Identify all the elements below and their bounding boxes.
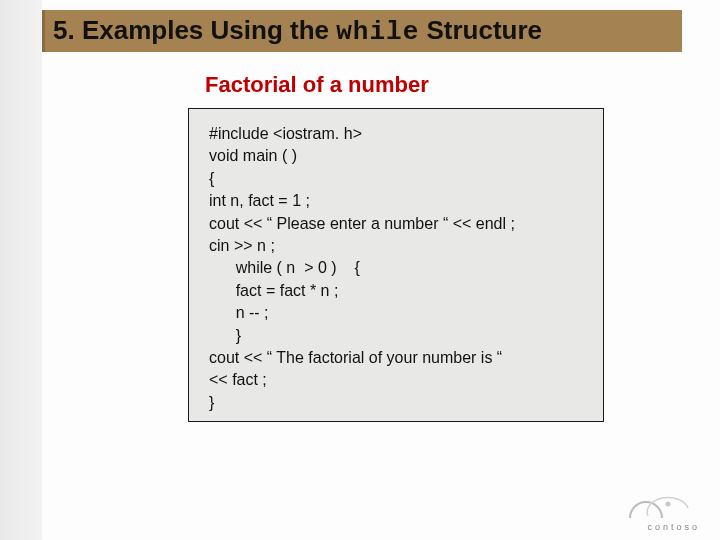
code-line: << fact ; (209, 369, 587, 391)
code-line: cout << “ Please enter a number “ << end… (209, 213, 587, 235)
code-line: int n, fact = 1 ; (209, 190, 587, 212)
left-accent-stripe (0, 0, 42, 540)
code-line: while ( n > 0 ) { (209, 257, 587, 279)
code-line: #include <iostram. h> (209, 123, 587, 145)
title-prefix: 5. Examples Using the (53, 15, 336, 45)
title-suffix: Structure (419, 15, 542, 45)
code-line: fact = fact * n ; (209, 280, 587, 302)
code-line: cout << “ The factorial of your number i… (209, 347, 587, 369)
svg-point-0 (666, 502, 671, 507)
slide-title: 5. Examples Using the while Structure (53, 15, 542, 47)
code-box: #include <iostram. h> void main ( ) { in… (188, 108, 604, 422)
title-mono: while (336, 17, 419, 47)
code-line: cin >> n ; (209, 235, 587, 257)
code-line: { (209, 168, 587, 190)
title-bar: 5. Examples Using the while Structure (42, 10, 682, 52)
code-line: n -- ; (209, 302, 587, 324)
contoso-logo-icon (610, 486, 700, 526)
subtitle: Factorial of a number (205, 72, 429, 98)
logo-text: contoso (647, 522, 700, 532)
code-line: } (209, 392, 587, 414)
code-line: } (209, 325, 587, 347)
code-line: void main ( ) (209, 145, 587, 167)
